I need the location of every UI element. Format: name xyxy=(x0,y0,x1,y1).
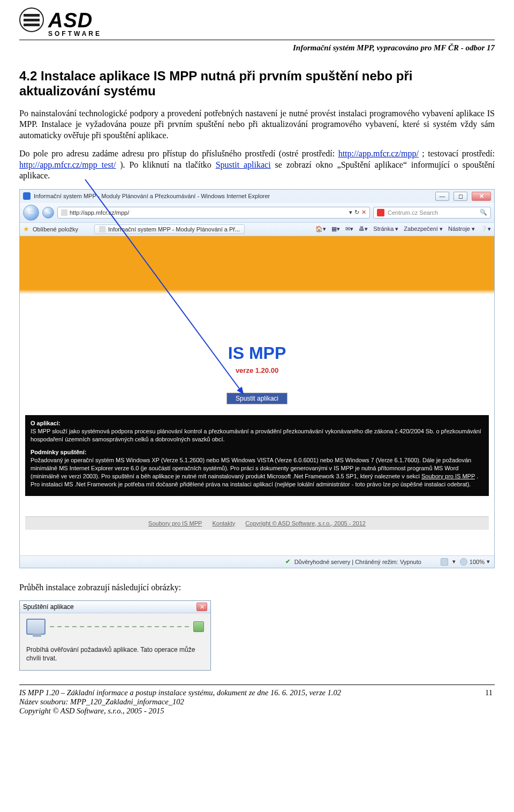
link-test-url[interactable]: http://app.mfcr.cz/mpp_test/ xyxy=(19,160,116,169)
app-version: verze 1.20.00 xyxy=(27,366,487,374)
page-number: 11 xyxy=(485,688,493,697)
tools-menu[interactable]: Nástroje ▾ xyxy=(448,225,475,232)
logo-text: ASD xyxy=(48,9,93,32)
link-prod-url[interactable]: http://app.mfcr.cz/mpp/ xyxy=(338,149,419,158)
tab-label: Informační system MPP - Moduly Plánování… xyxy=(108,226,240,232)
search-placeholder: Centrum.cz Search xyxy=(388,209,438,216)
address-bar[interactable]: http://app.mfcr.cz/mpp/ ▾ ↻ ✕ xyxy=(57,207,370,219)
conditions-text: Požadovaný je operační systém MS Windows… xyxy=(31,456,483,488)
search-provider-icon xyxy=(377,209,384,216)
maximize-button[interactable]: ◻ xyxy=(453,192,467,201)
ie-screenshot: Informační system MPP - Moduly Plánování… xyxy=(19,189,495,568)
close-button[interactable]: ✕ xyxy=(472,192,491,201)
footer-line-2: Název souboru: MPP_120_Zakladni_informac… xyxy=(19,697,495,706)
favorites-label[interactable]: Oblíbené položky xyxy=(33,226,78,232)
page-menu[interactable]: Stránka ▾ xyxy=(373,225,398,232)
conditions-heading: Podmínky spuštění: xyxy=(31,449,87,455)
security-zone-text: Důvěryhodné servery | Chráněný režim: Vy… xyxy=(294,559,421,565)
rss-icon[interactable]: ▦▾ xyxy=(331,225,340,232)
about-heading: O aplikaci: xyxy=(31,420,61,426)
launch-dialog: Spuštění aplikace ✕ Probíhá ověřování po… xyxy=(19,600,211,671)
search-icon[interactable]: 🔍 xyxy=(480,209,487,216)
tab-icon xyxy=(99,226,105,232)
orange-banner xyxy=(20,236,494,294)
link-launch-ref[interactable]: Spustit aplikaci xyxy=(216,160,271,169)
refresh-icon[interactable]: ↻ xyxy=(354,209,359,216)
page-icon xyxy=(61,209,67,216)
search-box[interactable]: Centrum.cz Search 🔍 xyxy=(373,207,491,219)
address-url: http://app.mfcr.cz/mpp/ xyxy=(70,209,129,216)
page-header: ASD SOFTWARE xyxy=(19,0,495,37)
dialog-graphic xyxy=(26,619,204,635)
zoom-value: 100% xyxy=(470,559,485,565)
ie-viewport: IS MPP verze 1.20.00 Spustit aplikaci O … xyxy=(20,236,494,555)
app-title: IS MPP xyxy=(27,343,487,363)
help-icon[interactable]: ❔▾ xyxy=(480,225,491,232)
info-panel: O aplikaci: IS MPP slouží jako systémová… xyxy=(25,415,489,496)
conditions-body: Požadovaný je operační systém MS Windows… xyxy=(31,457,471,479)
zoom-dropdown-icon[interactable]: ▾ xyxy=(487,558,490,565)
ie-nav-bar: ← → http://app.mfcr.cz/mpp/ ▾ ↻ ✕ Centru… xyxy=(20,203,494,222)
logo-subtext: SOFTWARE xyxy=(48,30,102,37)
ie-window-title: Informační system MPP - Moduly Plánování… xyxy=(34,193,270,199)
ie-fav-bar: ★ Oblíbené položky Informační system MPP… xyxy=(20,222,494,236)
stop-icon[interactable]: ✕ xyxy=(361,209,366,216)
page-footer: IS MPP 1.20 – Základní informace a postu… xyxy=(19,685,495,731)
about-text: IS MPP slouží jako systémová podpora pro… xyxy=(31,427,483,443)
back-button[interactable]: ← xyxy=(23,205,39,221)
p2-part-a: Do pole pro adresu zadáme adresu pro pří… xyxy=(19,149,338,158)
logo-icon xyxy=(19,7,44,32)
dialog-text: Probíhá ověřování požadavků aplikace. Ta… xyxy=(26,645,204,663)
print-icon[interactable]: 🖶▾ xyxy=(359,225,368,232)
safety-menu[interactable]: Zabezpečení ▾ xyxy=(404,225,443,232)
minimize-button[interactable]: — xyxy=(435,192,449,201)
ie-status-bar: ✔ Důvěryhodné servery | Chráněný režim: … xyxy=(20,555,494,568)
footer-link-files[interactable]: Soubory pro IS MPP xyxy=(148,520,202,527)
dropdown-icon[interactable]: ▾ xyxy=(349,209,352,216)
ie-icon xyxy=(23,192,31,200)
footer-copyright: Copyright © ASD Software, s.r.o., 2005 -… xyxy=(245,520,366,527)
mail-icon[interactable]: ✉▾ xyxy=(345,225,353,232)
logo: ASD SOFTWARE xyxy=(19,7,102,37)
home-icon[interactable]: 🏠▾ xyxy=(315,225,326,232)
command-bar: 🏠▾ ▦▾ ✉▾ 🖶▾ Stránka ▾ Zabezpečení ▾ Nást… xyxy=(315,225,491,232)
p2-part-c: ). Po kliknutí na tlačítko xyxy=(120,160,215,169)
dialog-title: Spuštění aplikace xyxy=(23,603,196,611)
section-heading: 4.2 Instalace aplikace IS MPP nutná při … xyxy=(19,69,495,99)
forward-button[interactable]: → xyxy=(42,207,54,219)
package-icon xyxy=(193,621,204,632)
progress-line-icon xyxy=(50,626,189,627)
after-image-text: Průběh instalace zobrazují následující o… xyxy=(19,582,495,593)
paragraph-2: Do pole pro adresu zadáme adresu pro pří… xyxy=(19,148,495,181)
launch-app-button[interactable]: Spustit aplikaci xyxy=(226,393,288,404)
checkmark-icon: ✔ xyxy=(285,558,290,565)
paragraph-1: Po nainstalování technologické podpory a… xyxy=(19,108,495,141)
footer-line-1: IS MPP 1.20 – Základní informace a postu… xyxy=(19,688,495,697)
ie-title-bar: Informační system MPP - Moduly Plánování… xyxy=(20,190,494,203)
files-link-inline[interactable]: Soubory pro IS MPP xyxy=(421,473,475,479)
header-note: Informační systém MPP, vypracováno pro M… xyxy=(19,43,495,52)
dialog-close-button[interactable]: ✕ xyxy=(196,603,207,611)
protected-mode-icon[interactable] xyxy=(441,558,448,566)
footer-link-contacts[interactable]: Kontakty xyxy=(212,520,235,527)
p2-part-b: ; testovací prostředí: xyxy=(422,149,495,158)
browser-tab[interactable]: Informační system MPP - Moduly Plánování… xyxy=(94,224,245,234)
header-rule xyxy=(19,40,495,40)
footer-line-3: Copyright © ASD Software, s.r.o., 2005 -… xyxy=(19,706,495,716)
favorites-star-icon[interactable]: ★ xyxy=(23,225,29,233)
page-footer-links: Soubory pro IS MPP Kontakty Copyright © … xyxy=(25,516,489,530)
computer-icon xyxy=(26,619,46,635)
zoom-icon[interactable] xyxy=(460,558,467,566)
